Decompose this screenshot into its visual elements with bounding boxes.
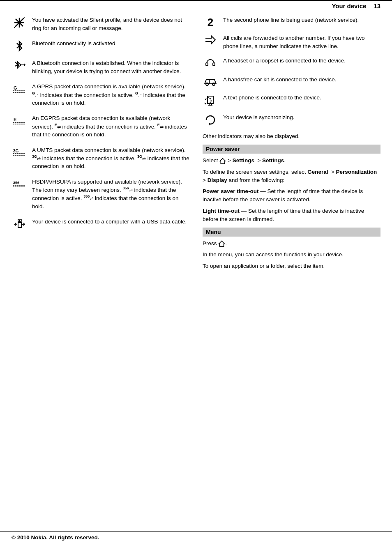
list-item: Your device is connected to a computer w… <box>12 218 189 228</box>
main-columns: You have activated the Silent profile, a… <box>0 12 392 278</box>
usb-icon-svg <box>13 219 25 228</box>
other-indicators-text: Other indicators may also be displayed. <box>203 132 380 140</box>
home-menu-icon <box>218 240 225 247</box>
gprs-icon: G <box>12 83 27 95</box>
footer-text: © 2010 Nokia. All rights reserved. <box>12 534 99 541</box>
page: Your device 13 <box>0 0 392 543</box>
list-item: A handsfree car kit is connected to the … <box>203 76 380 87</box>
text-phone-icon-svg <box>204 94 217 107</box>
bluetooth-icon <box>12 39 27 52</box>
list-item: E An EGPRS packet data connection is ava… <box>12 114 189 138</box>
headset-icon <box>203 57 218 69</box>
list-item: A headset or a loopset is connected to t… <box>203 57 380 69</box>
headset-icon-svg <box>205 58 216 69</box>
press-text: Press . <box>203 239 380 248</box>
usb-text: Your device is connected to a computer w… <box>32 218 189 226</box>
second-line-icon: 2 <box>203 16 218 28</box>
egprs-text: An EGPRS packet data connection is avail… <box>32 114 189 138</box>
bluetooth-conn-icon-svg <box>13 60 26 70</box>
header-page-number: 13 <box>374 2 380 9</box>
page-header: Your device 13 <box>0 1 392 12</box>
power-saver-header: Power saver <box>203 145 380 154</box>
svg-marker-31 <box>219 241 225 247</box>
list-item: You have activated the Silent profile, a… <box>12 16 189 32</box>
list-item: Your device is synchronizing. <box>203 113 380 126</box>
svg-text:3G: 3G <box>13 149 19 153</box>
hsdpa-text: HSDPA/HSUPA is supported and available (… <box>32 178 189 210</box>
svg-text:G: G <box>14 85 17 90</box>
silent-profile-text: You have activated the Silent profile, a… <box>32 16 189 32</box>
carkit-icon-svg <box>204 76 217 87</box>
menu-body: Press . In the menu, you can access the … <box>203 239 380 270</box>
bluetooth-icon-svg <box>14 40 25 52</box>
carkit-icon <box>203 76 218 87</box>
headset-text: A headset or a loopset is connected to t… <box>223 57 380 65</box>
carkit-text: A handsfree car kit is connected to the … <box>223 76 380 84</box>
gprs-icon-svg: G <box>13 83 25 95</box>
bluetooth-connection-text: A Bluetooth connection is established. W… <box>32 59 189 75</box>
list-item: G A GPRS packet data connection is avail… <box>12 83 189 107</box>
light-timeout-text: Light time-out — Set the length of time … <box>203 207 380 224</box>
power-saver-timeout-text: Power saver time-out — Set the length of… <box>203 187 380 204</box>
bluetooth-connection-icon <box>12 59 27 70</box>
svg-marker-30 <box>220 158 226 163</box>
sync-icon <box>203 113 218 126</box>
umts-text: A UMTS packet data connection is availab… <box>32 146 189 170</box>
usb-icon <box>12 218 27 228</box>
call-forward-icon <box>203 34 218 45</box>
silent-icon-svg <box>14 17 25 28</box>
silent-profile-icon <box>12 16 27 28</box>
menu-header: Menu <box>203 228 380 237</box>
egprs-icon-svg: E <box>13 115 25 127</box>
select-settings-text: Select > Settings > Settings. <box>203 156 380 165</box>
list-item: A text phone is connected to the device. <box>203 94 380 107</box>
svg-rect-18 <box>18 223 21 228</box>
hsdpa-icon-svg: 356 <box>13 179 25 190</box>
umts-icon-svg: 3G <box>13 147 25 159</box>
open-app-text: To open an application or a folder, sele… <box>203 262 380 270</box>
sync-text: Your device is synchronizing. <box>223 113 380 122</box>
power-saver-body: Select > Settings > Settings. To define … <box>203 156 380 223</box>
call-forward-icon-svg <box>205 35 216 45</box>
list-item: 356 HSDPA/HSUPA is supported and availab… <box>12 178 189 210</box>
svg-text:E: E <box>14 117 16 122</box>
svg-rect-24 <box>213 63 215 66</box>
define-screen-saver-text: To define the screen saver settings, sel… <box>203 168 380 185</box>
svg-rect-23 <box>206 63 208 66</box>
number-badge: 2 <box>208 17 213 28</box>
menu-access-text: In the menu, you can access the function… <box>203 251 380 259</box>
footer: © 2010 Nokia. All rights reserved. <box>0 532 392 543</box>
home-icon <box>219 158 226 164</box>
gprs-text: A GPRS packet data connection is availab… <box>32 83 189 107</box>
hsdpa-icon: 356 <box>12 178 27 190</box>
second-line-text: The second phone line is being used (net… <box>223 16 380 24</box>
svg-text:356: 356 <box>13 181 19 185</box>
egprs-icon: E <box>12 114 27 127</box>
left-column: You have activated the Silent profile, a… <box>12 16 189 274</box>
list-item: A Bluetooth connection is established. W… <box>12 59 189 75</box>
list-item: 2 The second phone line is being used (n… <box>203 16 380 28</box>
calls-forwarded-text: All calls are forwarded to another numbe… <box>223 34 380 50</box>
text-phone-icon <box>203 94 218 107</box>
header-title: Your device <box>332 2 366 9</box>
right-column: 2 The second phone line is being used (n… <box>203 16 380 274</box>
list-item: All calls are forwarded to another numbe… <box>203 34 380 50</box>
sync-icon-svg <box>205 114 216 126</box>
text-phone-text: A text phone is connected to the device. <box>223 94 380 102</box>
list-item: 3G A UMTS packet data connection is avai… <box>12 146 189 170</box>
umts-icon: 3G <box>12 146 27 159</box>
bluetooth-activated-text: Bluetooth connectivity is activated. <box>32 39 189 48</box>
list-item: Bluetooth connectivity is activated. <box>12 39 189 52</box>
